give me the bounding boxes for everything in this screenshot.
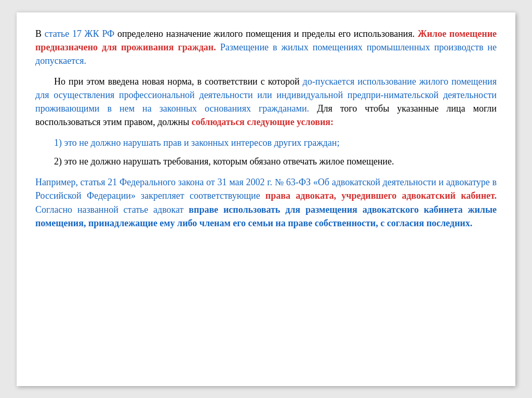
p1-blue-1: статье 17 ЖК РФ — [45, 29, 115, 39]
example-bold-red: права адвоката, учредившего адвокатский … — [265, 190, 497, 201]
p1-normal-2: определено назначение жилого помещения и… — [114, 29, 418, 39]
text-content: В статье 17 ЖК РФ определено назначение … — [35, 27, 497, 230]
list-item-2: 2) это не должно нарушать требования, ко… — [54, 155, 497, 168]
p2-normal-1: Но при этом введена новая норма, в соотв… — [54, 76, 303, 87]
p1-normal-1: В — [35, 29, 45, 39]
paragraph-1: В статье 17 ЖК РФ определено назначение … — [35, 27, 497, 67]
p2-bold-red: соблюдаться следующие условия: — [192, 117, 334, 127]
paragraph-2: Но при этом введена новая норма, в соотв… — [35, 75, 497, 129]
example-blue-2: Согласно названной статье адвокат — [35, 204, 189, 215]
paragraph-example: Например, статья 21 Федерального закона … — [35, 175, 497, 229]
list-item-1: 1) это не должно нарушать прав и законны… — [54, 136, 497, 149]
slide-container: В статье 17 ЖК РФ определено назначение … — [17, 12, 515, 386]
